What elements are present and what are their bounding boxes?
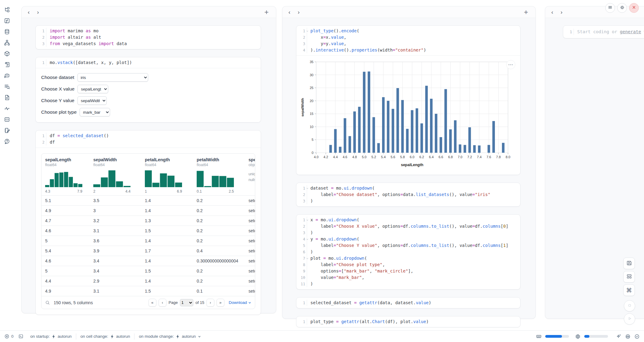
table-cell: 3.4 xyxy=(90,269,141,273)
dependencies-icon[interactable] xyxy=(4,40,10,46)
cell-plot-type[interactable]: 1plot_type = getattr(alt.Chart(df), plot… xyxy=(296,316,521,327)
search-icon[interactable] xyxy=(45,300,50,305)
chevron-right-icon[interactable]: › xyxy=(298,9,299,15)
plot-type-select[interactable]: mark_bar xyxy=(80,108,110,116)
first-page-button[interactable]: « xyxy=(148,299,156,307)
layout-button[interactable] xyxy=(623,271,635,283)
table-cell: 1.5 xyxy=(141,269,193,273)
connection-status-icon[interactable] xyxy=(634,334,640,339)
snippets-icon[interactable] xyxy=(4,116,10,123)
column-header-petalWidth[interactable]: petalWidthfloat640.12.5 xyxy=(193,157,245,194)
code-editor[interactable]: 1plot_type = getattr(alt.Chart(df), plot… xyxy=(296,316,520,327)
cell-dataset-dropdown[interactable]: 1dataset = mo.ui.dropdown(2 label="Choos… xyxy=(296,183,521,207)
run-button[interactable] xyxy=(624,313,635,325)
code-content: label="Choose X value", options=df.colum… xyxy=(307,223,508,230)
chevron-left-icon[interactable]: ‹ xyxy=(551,9,553,15)
documentation-icon[interactable] xyxy=(4,94,10,101)
generate-link[interactable]: generate xyxy=(620,29,641,34)
dataset-select[interactable]: iris xyxy=(77,73,148,82)
x-value-select[interactable]: sepalLength xyxy=(77,85,108,93)
code-line: 3) xyxy=(296,230,520,236)
add-cell-icon[interactable]: + xyxy=(264,9,269,16)
last-page-button[interactable]: » xyxy=(216,299,224,307)
column-header-petalLength[interactable]: petalLengthfloat6416.9 xyxy=(141,157,193,194)
code-line: 11) xyxy=(296,281,520,287)
code-content: label="Choose Y value", options=df.colum… xyxy=(307,242,508,249)
code-editor[interactable]: 1plot_type().encode(2 x=x.value,3 y=y.va… xyxy=(296,26,520,55)
packages-icon[interactable] xyxy=(4,51,10,57)
keyboard-shortcuts-button[interactable]: ⌘ xyxy=(623,284,635,296)
code-content: plot_type().encode( xyxy=(307,28,359,34)
functions-icon[interactable] xyxy=(4,18,10,24)
code-editor[interactable]: 1import marimo as mo2import altair as al… xyxy=(36,26,261,49)
cell-xyplot-dropdowns[interactable]: 1x = mo.ui.dropdown(2 label="Choose X va… xyxy=(296,214,521,290)
column-type: float64 xyxy=(93,163,141,167)
table-row: 53.41.50.2setos xyxy=(41,266,255,276)
line-number: 11 xyxy=(296,281,307,287)
code-content: ).interactive().properties(width="contai… xyxy=(307,47,426,53)
chart-output[interactable]: 4.04.24.44.64.85.05.25.45.65.86.06.26.46… xyxy=(296,56,520,175)
chart-menu-button[interactable]: ••• xyxy=(506,60,515,69)
run-icon xyxy=(627,316,632,322)
cell-vstack[interactable]: 1mo.vstack([dataset, x, y, plot])Choose … xyxy=(35,57,261,123)
settings-button[interactable] xyxy=(617,3,627,13)
close-button[interactable] xyxy=(629,3,639,13)
code-editor[interactable]: 1mo.vstack([dataset, x, y, plot]) xyxy=(36,57,261,68)
code-content: ) xyxy=(307,230,313,236)
column-header-speci[interactable]: speciobjecuniqunulls: xyxy=(245,157,255,194)
table-cell: 0.2 xyxy=(193,269,245,273)
code-editor[interactable]: 1dataset = mo.ui.dropdown(2 label="Choos… xyxy=(296,183,520,206)
cell-imports[interactable]: 1import marimo as mo2import altair as al… xyxy=(35,25,261,49)
chevron-left-icon[interactable]: ‹ xyxy=(288,9,290,15)
save-button[interactable] xyxy=(623,258,635,269)
svg-text:5: 5 xyxy=(312,138,313,141)
terminal-button[interactable] xyxy=(18,334,23,339)
autorun-setting-1[interactable]: on cell change:autorun xyxy=(80,334,130,339)
download-button[interactable]: Download xyxy=(229,300,251,305)
column-header-sepalLength[interactable]: sepalLengthfloat644.37.9 xyxy=(41,157,90,194)
table-row: 5.43.91.70.4setos xyxy=(41,246,255,256)
code-editor[interactable]: 1df = selected_dataset()2df xyxy=(36,130,261,148)
line-number: 8 xyxy=(296,262,307,268)
svg-text:15: 15 xyxy=(310,112,313,116)
data-sources-icon[interactable] xyxy=(4,29,10,35)
table-cell: setos xyxy=(245,248,255,253)
ai-sparkles-icon[interactable] xyxy=(616,334,621,339)
table-cell: 0.2 xyxy=(193,238,245,243)
cell-empty-editor[interactable]: 1 Start coding or generate with xyxy=(563,25,644,38)
menu-button[interactable] xyxy=(605,3,615,13)
y-value-select[interactable]: sepalWidth xyxy=(77,96,107,105)
svg-text:6.2: 6.2 xyxy=(419,155,424,159)
logs-icon[interactable] xyxy=(4,62,10,68)
left-panel: ‹ › + 1import marimo as mo2import altair… xyxy=(21,6,276,313)
autorun-setting-0[interactable]: on startup:autorun xyxy=(30,334,72,339)
file-explorer-icon[interactable] xyxy=(4,7,10,13)
error-indicator[interactable]: 0 xyxy=(4,334,13,339)
tracing-icon[interactable] xyxy=(4,105,10,112)
ai-chat-icon[interactable] xyxy=(4,73,10,79)
scratchpad-icon[interactable] xyxy=(4,127,10,134)
error-circle-icon xyxy=(4,334,9,339)
autorun-setting-2[interactable]: on module change:autorun xyxy=(139,334,201,339)
chevron-right-icon[interactable]: › xyxy=(560,9,562,15)
chevron-right-icon[interactable]: › xyxy=(37,9,39,15)
cell-plot[interactable]: 1plot_type().encode(2 x=x.value,3 y=y.va… xyxy=(296,25,521,175)
code-editor[interactable]: 1selected_dataset = getattr(data, datase… xyxy=(296,297,520,308)
outline-icon[interactable] xyxy=(4,84,10,90)
code-editor[interactable]: 1x = mo.ui.dropdown(2 label="Choose X va… xyxy=(296,215,520,289)
help-icon[interactable] xyxy=(4,138,10,144)
code-content: plot = mo.ui.dropdown( xyxy=(307,255,367,262)
code-content: df = selected_dataset() xyxy=(46,133,109,139)
cell-df[interactable]: 1df = selected_dataset()2dfsepalLengthfl… xyxy=(35,130,261,315)
column-header-sepalWidth[interactable]: sepalWidthfloat6424.4 xyxy=(90,157,141,194)
editor-placeholder[interactable]: Start coding or generate with xyxy=(574,29,644,35)
copilot-icon[interactable] xyxy=(625,334,631,339)
svg-text:25: 25 xyxy=(310,86,313,90)
stop-button[interactable] xyxy=(624,300,635,312)
next-page-button[interactable]: › xyxy=(206,299,214,307)
page-select[interactable]: 1 xyxy=(180,299,193,306)
add-cell-icon[interactable]: + xyxy=(524,9,528,16)
previous-page-button[interactable]: ‹ xyxy=(159,299,166,307)
chevron-left-icon[interactable]: ‹ xyxy=(28,9,30,15)
cell-selected-dataset[interactable]: 1selected_dataset = getattr(data, datase… xyxy=(296,297,521,308)
